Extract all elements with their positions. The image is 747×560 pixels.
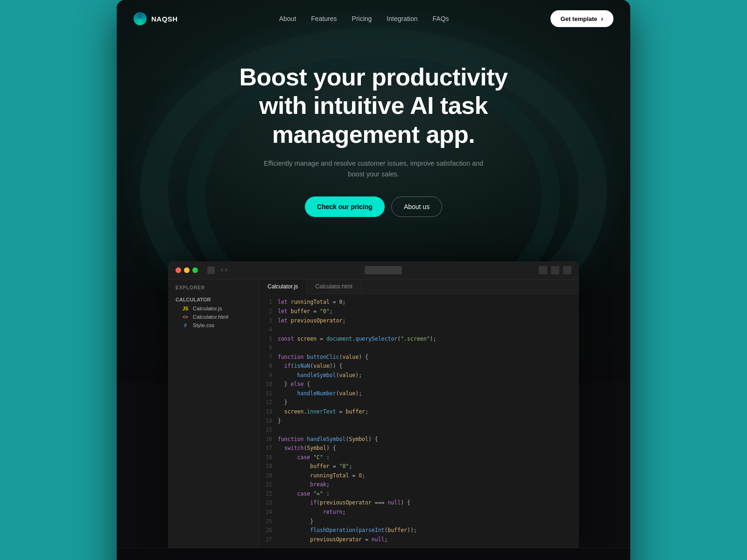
hero-section: Boost your productivity with intuitive A… — [117, 37, 630, 261]
nav-faqs[interactable]: FAQs — [433, 15, 449, 22]
get-template-button[interactable]: Get template › — [550, 10, 613, 27]
page-wrapper: NAQSH About Features Pricing Integration… — [117, 0, 630, 560]
logo-icon — [134, 12, 147, 25]
close-window-icon[interactable] — [176, 267, 181, 273]
sidebar-toggle-icon[interactable] — [207, 266, 215, 274]
nav-logo[interactable]: NAQSH — [134, 12, 178, 25]
editor-body: EXPLORER CALCULATOR JS Calculator.js <> … — [168, 280, 579, 548]
file-calculator-html[interactable]: <> Calculator.html — [168, 313, 259, 321]
logos-strip: ⊕ logo—ipsum LOGO ꞁog0 Logoipsum IPSUM· … — [117, 548, 630, 560]
nav-integration[interactable]: Integration — [387, 15, 417, 22]
calculator-section[interactable]: CALCULATOR — [168, 295, 259, 304]
maximize-window-icon[interactable] — [192, 267, 198, 273]
navbar: NAQSH About Features Pricing Integration… — [117, 0, 630, 37]
editor-titlebar: < > — [168, 261, 579, 280]
nav-about[interactable]: About — [279, 15, 296, 22]
code-content: let runningTotal = 0; let buffer = "0"; … — [278, 298, 579, 544]
split-icon[interactable] — [551, 266, 559, 274]
titlebar-right-icons — [539, 266, 571, 274]
nav-pricing[interactable]: Pricing — [352, 15, 372, 22]
breadcrumb-chevrons: < > — [220, 267, 228, 273]
explorer-label: EXPLORER — [168, 285, 259, 295]
hero-title: Boost your productivity with intuitive A… — [215, 63, 532, 149]
nav-links: About Features Pricing Integration FAQs — [279, 14, 449, 23]
about-us-button[interactable]: About us — [391, 196, 442, 217]
share-icon[interactable] — [539, 266, 547, 274]
editor-tabs: Calculator.js Calculator.html — [259, 280, 579, 294]
html-file-icon: <> — [181, 315, 190, 320]
editor-search-bar[interactable] — [365, 266, 402, 274]
titlebar-center — [233, 266, 533, 274]
tab-calculator-html[interactable]: Calculator.html — [307, 280, 361, 294]
js-file-icon: JS — [181, 306, 190, 311]
line-numbers: 12345 678910 1112131415 1617181920 21222… — [259, 298, 278, 544]
window-controls — [176, 267, 198, 273]
titlebar-layout-icons — [207, 266, 215, 274]
tab-calculator-js[interactable]: Calculator.js — [259, 280, 307, 294]
css-file-icon: # — [181, 323, 190, 328]
arrow-icon: › — [601, 15, 603, 22]
code-editor: < > EXPLORER CALCULATOR JS Calculator.js — [168, 261, 579, 548]
code-view: 12345 678910 1112131415 1617181920 21222… — [259, 294, 579, 548]
logo-text: NAQSH — [151, 15, 178, 23]
fullscreen-icon[interactable] — [563, 266, 571, 274]
check-pricing-button[interactable]: Check our pricing — [305, 196, 385, 217]
hero-buttons: Check our pricing About us — [135, 196, 612, 217]
nav-features[interactable]: Features — [311, 15, 337, 22]
editor-sidebar: EXPLORER CALCULATOR JS Calculator.js <> … — [168, 280, 259, 548]
file-calculator-js[interactable]: JS Calculator.js — [168, 304, 259, 313]
file-style-css[interactable]: # Style.css — [168, 321, 259, 329]
editor-code-area: Calculator.js Calculator.html 12345 6789… — [259, 280, 579, 548]
hero-subtitle: Efficiently manage and resolve customer … — [257, 158, 490, 180]
minimize-window-icon[interactable] — [184, 267, 190, 273]
